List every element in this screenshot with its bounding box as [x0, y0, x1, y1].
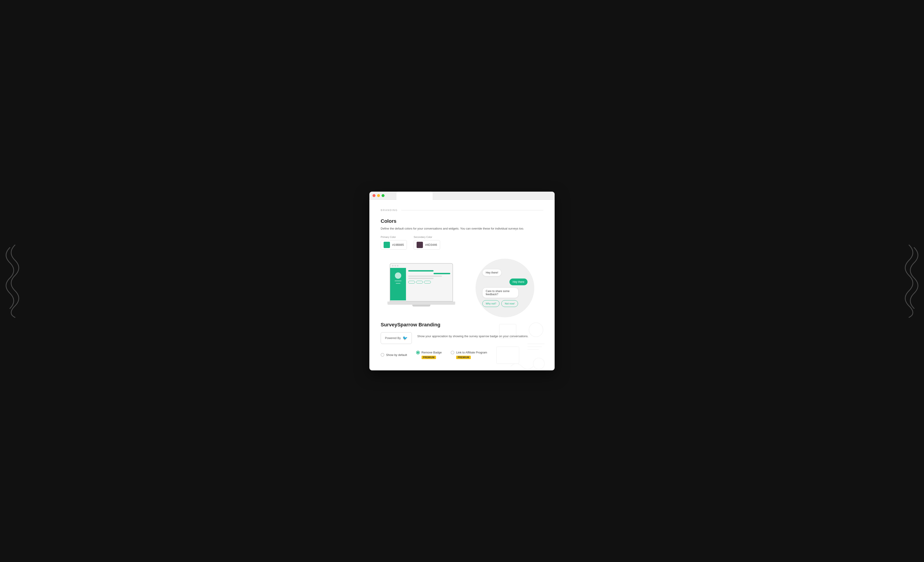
colors-description: Define the default colors for your conve…	[381, 226, 543, 231]
primary-color-swatch	[384, 242, 390, 248]
mac-window: BRANDING Colors Define the default color…	[369, 191, 555, 371]
powered-by-text: Powered By	[385, 336, 401, 340]
premium-badge-remove: PREMIUM	[422, 356, 436, 359]
laptop-stand	[412, 305, 430, 306]
radio-circle-affiliate[interactable]	[451, 351, 454, 354]
radio-label-remove: Remove Badge	[422, 351, 442, 354]
chat-option-2: Not now!	[501, 300, 518, 307]
bubble-options: Why not? Not now!	[480, 300, 530, 307]
maximize-button[interactable]	[382, 194, 384, 197]
radio-option-remove-badge: Remove Badge PREMIUM	[416, 351, 442, 359]
laptop-dot-1	[392, 265, 393, 266]
secondary-color-hex: #4D3446	[425, 243, 437, 247]
gray-line-2	[408, 278, 434, 279]
colors-heading: Colors	[381, 218, 543, 224]
primary-color-hex: #19B885	[392, 243, 404, 247]
sparrow-icon: 🐦	[403, 336, 408, 341]
primary-color-picker[interactable]: #19B885	[381, 240, 407, 250]
radio-row-show[interactable]: Show by default	[381, 353, 407, 357]
pill-row	[408, 281, 450, 284]
radio-circle-remove[interactable]	[416, 351, 420, 354]
radio-option-affiliate: Link to Affiliate Program PREMIUM	[451, 351, 487, 359]
bubble-row-2: Hey there	[480, 278, 530, 285]
chat-option-1: Why not?	[482, 300, 500, 307]
laptop-titlebar	[390, 264, 453, 268]
laptop-base	[387, 302, 455, 305]
color-pickers: Primary Color #19B885 Secondary Color #4…	[381, 236, 543, 250]
powered-by-badge: Powered By 🐦	[381, 332, 412, 344]
secondary-color-picker[interactable]: #4D3446	[414, 240, 440, 250]
traffic-lights	[372, 194, 384, 197]
background-doodles	[494, 318, 550, 363]
wavy-decoration-right	[902, 242, 922, 320]
radio-label-show: Show by default	[386, 353, 407, 357]
laptop-illustration	[381, 263, 462, 306]
minimize-button[interactable]	[377, 194, 380, 197]
laptop-sidebar	[390, 268, 406, 300]
main-line-1	[408, 270, 434, 272]
laptop-avatar	[395, 272, 401, 279]
section-title: BRANDING	[381, 209, 398, 211]
section-header: BRANDING	[381, 209, 543, 211]
radio-option-show-default: Show by default	[381, 353, 407, 357]
secondary-color-swatch	[417, 242, 423, 248]
radio-row-affiliate[interactable]: Link to Affiliate Program	[451, 351, 487, 354]
radio-label-affiliate: Link to Affiliate Program	[456, 351, 487, 354]
laptop-main-area	[406, 268, 453, 300]
gray-line-1	[408, 276, 442, 277]
secondary-color-label: Secondary Color	[414, 236, 440, 238]
mac-titlebar	[369, 191, 555, 200]
chat-bubble-feedback: Care to share some feedback?	[482, 287, 519, 298]
laptop-screen	[390, 263, 453, 302]
sidebar-line-2	[396, 283, 400, 284]
svg-point-6	[533, 358, 544, 369]
svg-rect-2	[496, 347, 519, 363]
main-line-2	[434, 273, 450, 274]
svg-rect-0	[499, 324, 516, 338]
primary-color-label: Primary Color	[381, 236, 407, 238]
radio-row-remove[interactable]: Remove Badge	[416, 351, 442, 354]
radio-circle-show[interactable]	[381, 353, 384, 357]
pill-1	[408, 281, 415, 284]
svg-point-1	[529, 323, 543, 337]
radio-dot-remove	[417, 352, 419, 353]
sidebar-line-1	[394, 281, 402, 281]
laptop-body	[390, 268, 453, 300]
wavy-decoration-left	[2, 242, 22, 320]
primary-color-group: Primary Color #19B885	[381, 236, 407, 250]
secondary-color-group: Secondary Color #4D3446	[414, 236, 440, 250]
chat-bubble-greeting: Hey there!	[482, 269, 501, 276]
bubble-row-3: Care to share some feedback?	[480, 287, 530, 298]
main-content: BRANDING Colors Define the default color…	[369, 200, 555, 371]
premium-badge-affiliate: PREMIUM	[456, 356, 471, 359]
pill-2	[416, 281, 423, 284]
bubble-row-1: Hey there!	[480, 269, 530, 276]
chat-bubble-reply: Hey there	[510, 278, 528, 285]
chat-preview-circle: Hey there! Hey there Care to share some …	[476, 259, 534, 317]
pill-3	[424, 281, 431, 284]
laptop-dot-2	[394, 265, 396, 266]
close-button[interactable]	[372, 194, 375, 197]
laptop-dot-3	[397, 265, 399, 266]
preview-area: Hey there! Hey there Care to share some …	[381, 259, 543, 313]
active-tab	[396, 191, 433, 200]
